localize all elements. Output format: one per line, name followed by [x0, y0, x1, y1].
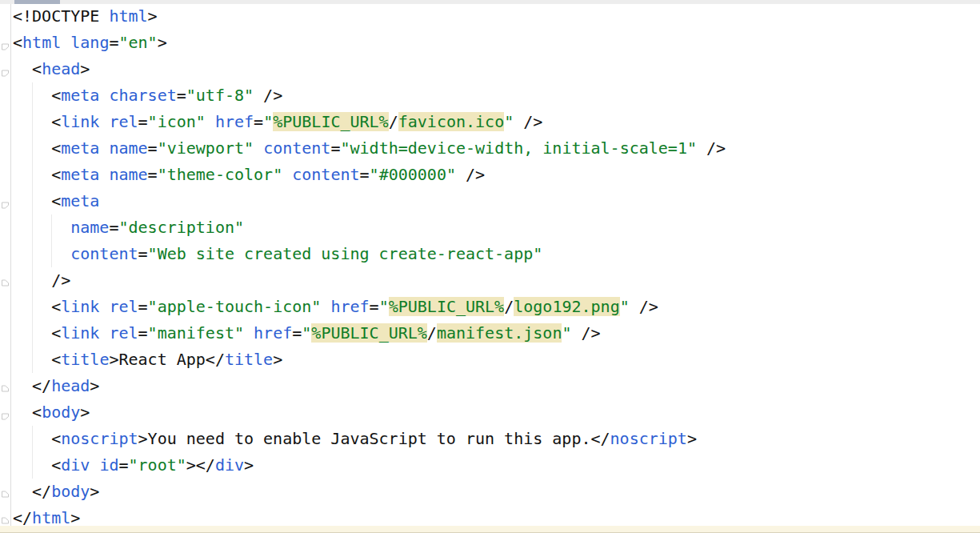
tag-name-token: div	[61, 455, 90, 475]
code-token: ></	[186, 455, 215, 475]
code-line: <noscript>You need to enable JavaScript …	[0, 426, 980, 452]
code-area[interactable]: <!DOCTYPE html><html lang="en"> <head> <…	[0, 3, 980, 531]
code-token: =	[138, 244, 148, 263]
code-token	[13, 244, 70, 263]
code-token	[254, 138, 263, 158]
tag-name-token: html	[32, 508, 70, 527]
code-line: <div id="root"></div>	[0, 452, 980, 479]
tag-name-token: html	[109, 6, 147, 26]
code-line: content="Web site created using create-r…	[0, 241, 980, 267]
code-token: >	[90, 482, 99, 501]
attribute-name-token: rel	[109, 323, 138, 343]
caret-line-highlight	[0, 526, 980, 533]
code-token: <	[13, 191, 61, 210]
code-token: =	[292, 323, 302, 343]
tag-name-token: noscript	[61, 429, 138, 448]
code-token: =	[330, 138, 340, 158]
code-token: <	[13, 429, 61, 448]
code-line: <html lang="en">	[0, 30, 980, 56]
code-token: <	[13, 33, 22, 52]
tag-name-token: html	[22, 33, 61, 52]
code-token: =	[138, 112, 148, 131]
string-token: "#000000"	[370, 165, 456, 184]
tag-name-token: link	[61, 323, 99, 343]
string-token: "description"	[118, 218, 244, 237]
code-token: /	[389, 112, 398, 131]
code-token: <	[13, 350, 61, 369]
attribute-name-token: name	[109, 165, 147, 184]
attribute-name-token: content	[292, 165, 359, 184]
code-token: >	[70, 508, 80, 527]
tag-name-token: noscript	[610, 429, 687, 448]
code-token	[61, 33, 70, 52]
code-line: <meta	[0, 188, 980, 214]
code-token: >React App</	[109, 350, 225, 369]
code-line: <body>	[0, 399, 980, 426]
code-token	[90, 455, 99, 475]
code-token: =	[109, 33, 118, 52]
code-token	[99, 86, 109, 105]
string-token: "width=device-width, initial-scale=1"	[340, 138, 697, 158]
code-token: />	[697, 138, 726, 158]
code-token: </	[13, 508, 32, 527]
tag-name-token: meta	[61, 138, 99, 158]
string-token: "icon"	[148, 112, 206, 131]
tag-name-token: title	[225, 350, 273, 369]
tag-name-token: meta	[61, 86, 99, 105]
code-line: <head>	[0, 56, 980, 82]
tag-name-token: link	[61, 112, 99, 131]
code-token: />	[514, 112, 542, 131]
code-line: <link rel="apple-touch-icon" href="%PUBL…	[0, 294, 980, 320]
code-token: =	[118, 455, 128, 475]
code-line: <meta name="theme-color" content="#00000…	[0, 162, 980, 188]
code-token: >	[687, 429, 697, 448]
code-line: <meta name="viewport" content="width=dev…	[0, 135, 980, 162]
code-token: <	[13, 165, 61, 184]
attribute-name-token: id	[99, 455, 118, 475]
code-line: name="description"	[0, 214, 980, 241]
code-token: </	[13, 376, 51, 395]
code-token: >	[244, 455, 254, 475]
attribute-name-token: name	[70, 218, 109, 237]
code-token: >	[90, 376, 99, 395]
code-line: <link rel="manifest" href="%PUBLIC_URL%/…	[0, 320, 980, 347]
string-token: "utf-8"	[186, 86, 254, 105]
code-token	[321, 297, 330, 316]
string-token: "root"	[129, 455, 186, 475]
code-token: >	[80, 403, 90, 422]
code-line: </head>	[0, 373, 980, 399]
code-token: <	[13, 112, 61, 131]
attribute-name-token: lang	[70, 33, 109, 52]
code-token: />	[13, 271, 70, 290]
attribute-name-token: href	[215, 112, 254, 131]
code-token: >	[80, 59, 90, 78]
string-token: "	[379, 297, 389, 316]
attribute-name-token: rel	[109, 297, 138, 316]
tag-name-token: div	[215, 455, 244, 475]
code-token: >	[148, 6, 158, 26]
code-token: <!DOCTYPE	[13, 6, 109, 26]
code-line: <title>React App</title>	[0, 347, 980, 373]
code-line: </body>	[0, 479, 980, 505]
code-token: />	[456, 165, 485, 184]
code-token: =	[254, 112, 263, 131]
code-token: />	[571, 323, 600, 343]
code-token: =	[370, 297, 379, 316]
string-token: "theme-color"	[158, 165, 283, 184]
code-line: />	[0, 267, 980, 294]
code-token: <	[13, 86, 61, 105]
tag-name-token: head	[42, 59, 80, 78]
code-line: <link rel="icon" href="%PUBLIC_URL%/favi…	[0, 109, 980, 135]
code-token	[99, 297, 109, 316]
code-line: <meta charset="utf-8" />	[0, 82, 980, 109]
code-token: <	[13, 323, 61, 343]
tag-name-token: body	[51, 482, 90, 501]
code-token	[99, 165, 109, 184]
attribute-name-token: content	[70, 244, 138, 263]
code-token: =	[148, 138, 158, 158]
string-token: "manifest"	[148, 323, 244, 343]
attribute-name-token: href	[254, 323, 292, 343]
code-token: =	[177, 86, 186, 105]
code-token	[99, 138, 109, 158]
code-token: />	[630, 297, 658, 316]
